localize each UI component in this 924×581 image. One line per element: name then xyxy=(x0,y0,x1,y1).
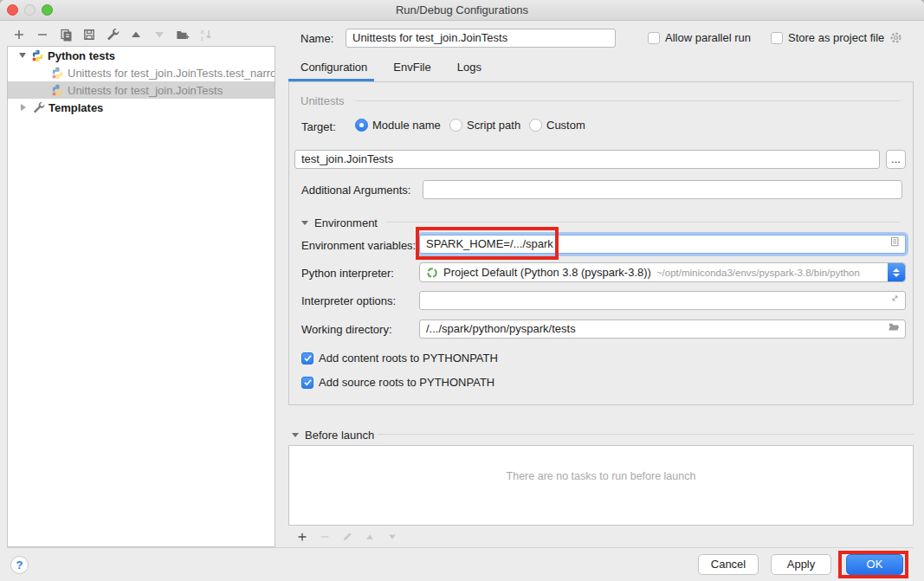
browse-button[interactable]: ... xyxy=(886,150,906,169)
browse-label: ... xyxy=(891,152,901,165)
tree-item-label: Templates xyxy=(48,101,103,114)
working-directory-field[interactable]: /.../spark/python/pyspark/tests xyxy=(419,320,906,339)
tab-envfile[interactable]: EnvFile xyxy=(393,61,430,74)
target-radio-script-path[interactable]: Script path xyxy=(449,119,520,132)
move-down-icon xyxy=(152,28,166,42)
add-content-roots-option[interactable]: Add content roots to PYTHONPATH xyxy=(301,352,498,365)
chevron-right-icon[interactable] xyxy=(21,104,26,111)
interpreter-options-field[interactable] xyxy=(419,291,906,310)
group-title: Unittests xyxy=(300,94,345,107)
footer-separator xyxy=(7,547,914,548)
chevron-down-icon[interactable] xyxy=(19,53,26,58)
target-radio-custom[interactable]: Custom xyxy=(529,119,585,132)
interpreter-name: Project Default (Python 3.8 (pyspark-3.8… xyxy=(443,266,651,279)
interpreter-env-icon xyxy=(426,267,438,279)
folder-icon[interactable] xyxy=(888,320,901,338)
allow-parallel-run-checkbox[interactable] xyxy=(648,32,660,44)
sort-alphabetically-icon: az xyxy=(199,28,213,42)
tab-configuration[interactable]: Configuration xyxy=(300,61,367,74)
python-interpreter-label: Python interpreter: xyxy=(301,267,394,280)
tab-logs[interactable]: Logs xyxy=(457,61,481,74)
add-source-roots-option[interactable]: Add source roots to PYTHONPATH xyxy=(301,376,494,389)
environment-variables-value: SPARK_HOME=/.../spark xyxy=(426,237,553,250)
move-task-down-icon xyxy=(385,530,399,544)
remove-icon[interactable] xyxy=(36,28,49,42)
save-icon[interactable] xyxy=(82,28,96,42)
help-button[interactable]: ? xyxy=(10,556,29,574)
tree-item-python-tests[interactable]: Python tests xyxy=(8,47,275,64)
add-content-roots-checkbox[interactable] xyxy=(301,352,313,365)
add-task-icon[interactable] xyxy=(295,530,309,544)
python-interpreter-select[interactable]: Project Default (Python 3.8 (pyspark-3.8… xyxy=(419,262,906,282)
ok-button[interactable]: OK xyxy=(846,554,903,575)
chevron-down-icon[interactable] xyxy=(301,221,308,225)
copy-icon[interactable] xyxy=(59,28,73,42)
tree-item-label: Unittests for test_join.JoinTests xyxy=(68,84,223,97)
remove-task-icon xyxy=(318,530,332,544)
environment-header-line xyxy=(386,222,901,223)
tree-item-label: Python tests xyxy=(48,49,115,62)
tree-item-unittests-jointests[interactable]: Unittests for test_join.JoinTests xyxy=(8,81,275,99)
add-icon[interactable] xyxy=(12,28,26,42)
unittests-group: Unittests Target: Module name Script pat… xyxy=(288,81,914,405)
store-as-project-file-checkbox[interactable] xyxy=(771,32,783,44)
module-name-radio[interactable] xyxy=(355,119,368,132)
tree-item-templates[interactable]: Templates xyxy=(8,99,275,116)
python-tests-icon xyxy=(31,49,44,62)
tree-item-unittests-test-narrow[interactable]: Unittests for test_join.JoinTests.test_n… xyxy=(8,64,275,81)
allow-parallel-run-option[interactable]: Allow parallel run xyxy=(648,31,751,44)
python-test-config-icon xyxy=(51,67,64,80)
config-tabs: Configuration EnvFile Logs xyxy=(300,61,481,74)
combo-chevrons-icon[interactable] xyxy=(888,263,905,281)
apply-button[interactable]: Apply xyxy=(771,554,831,575)
custom-radio[interactable] xyxy=(529,119,542,132)
add-source-roots-checkbox[interactable] xyxy=(301,377,313,389)
interpreter-options-label: Interpreter options: xyxy=(301,294,396,307)
target-field[interactable]: test_join.JoinTests xyxy=(294,150,880,169)
move-task-up-icon xyxy=(363,530,377,544)
close-window-button[interactable] xyxy=(7,4,18,16)
cancel-label: Cancel xyxy=(711,558,746,571)
before-launch-toolbar xyxy=(295,530,399,544)
environment-variables-field[interactable]: SPARK_HOME=/.../spark xyxy=(419,235,906,254)
chevron-down-icon[interactable] xyxy=(292,433,299,437)
additional-arguments-field[interactable] xyxy=(423,180,902,199)
new-folder-icon[interactable] xyxy=(176,28,190,42)
target-label: Target: xyxy=(301,120,336,133)
window-title: Run/Debug Configurations xyxy=(0,0,924,20)
store-as-project-file-option[interactable]: Store as project file xyxy=(771,31,902,44)
edit-task-icon xyxy=(340,530,354,544)
configurations-tree: Python tests Unittests for test_join.Joi… xyxy=(7,46,275,547)
environment-section-header[interactable]: Environment xyxy=(301,216,378,229)
edit-templates-icon[interactable] xyxy=(106,28,120,42)
help-label: ? xyxy=(16,558,23,571)
gear-icon[interactable] xyxy=(889,31,902,44)
tasks-empty-message: There are no tasks to run before launch xyxy=(507,470,696,482)
target-value: test_join.JoinTests xyxy=(301,152,393,165)
svg-text:a: a xyxy=(201,29,204,35)
script-path-radio[interactable] xyxy=(449,119,462,132)
allow-parallel-run-label: Allow parallel run xyxy=(665,31,751,44)
cancel-button[interactable]: Cancel xyxy=(698,554,759,575)
before-launch-header-line xyxy=(378,434,914,435)
zoom-window-button[interactable] xyxy=(42,4,53,16)
svg-text:z: z xyxy=(201,36,204,42)
apply-label: Apply xyxy=(787,558,816,571)
configurations-toolbar: az xyxy=(12,28,213,42)
python-test-config-icon xyxy=(51,84,64,97)
before-launch-section-header[interactable]: Before launch xyxy=(292,429,374,442)
group-title-line xyxy=(356,100,901,101)
module-name-label: Module name xyxy=(372,119,441,132)
name-label: Name: xyxy=(300,32,333,45)
additional-arguments-label: Additional Arguments: xyxy=(301,184,410,197)
minimize-window-button xyxy=(24,4,36,16)
name-field[interactable]: Unittests for test_join.JoinTests xyxy=(346,29,616,48)
tree-item-label: Unittests for test_join.JoinTests.test_n… xyxy=(68,67,275,80)
environment-header-label: Environment xyxy=(314,216,378,229)
expand-field-icon[interactable] xyxy=(889,292,901,309)
add-content-roots-label: Add content roots to PYTHONPATH xyxy=(319,352,498,365)
edit-variables-icon[interactable] xyxy=(888,236,901,254)
move-up-icon[interactable] xyxy=(129,28,143,42)
target-radio-module-name[interactable]: Module name xyxy=(355,119,441,132)
add-source-roots-label: Add source roots to PYTHONPATH xyxy=(319,376,494,389)
